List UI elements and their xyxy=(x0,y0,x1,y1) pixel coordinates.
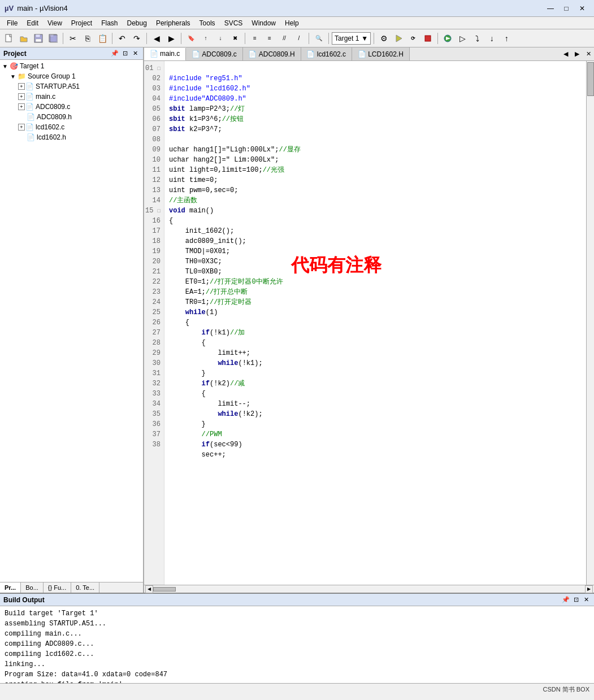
tree-item-adc0809c[interactable]: + 📄 ADC0809.c xyxy=(0,102,143,112)
line-num-10: 10 xyxy=(144,155,164,165)
tab-scroll-right[interactable]: ▶ xyxy=(571,49,583,60)
next-bookmark-button[interactable]: ↓ xyxy=(214,32,227,45)
menu-debug[interactable]: Debug xyxy=(123,18,151,28)
navigate-back-button[interactable]: ◀ xyxy=(150,32,163,45)
panel-tab-books[interactable]: Bo... xyxy=(21,582,44,593)
menu-window[interactable]: Window xyxy=(247,18,280,28)
tree-item-srcgrp1[interactable]: ▼ 📁 Source Group 1 xyxy=(0,71,143,81)
panel-tab-project[interactable]: Pr... xyxy=(0,582,21,593)
tree-expander-adc0809c[interactable]: + xyxy=(18,103,25,110)
maximize-button[interactable]: □ xyxy=(559,3,574,14)
menu-project[interactable]: Project xyxy=(67,18,97,28)
editor-tab-lcd1602c[interactable]: 📄 lcd1602.c xyxy=(301,47,352,60)
run-button[interactable]: ▷ xyxy=(456,32,469,45)
redo-button[interactable]: ↷ xyxy=(130,32,144,45)
build-output-pin-button[interactable]: 📌 xyxy=(561,595,570,605)
step-into-button[interactable]: ↓ xyxy=(485,32,498,45)
save-all-button[interactable] xyxy=(46,32,60,45)
tree-item-mainc[interactable]: + 📄 main.c xyxy=(0,92,143,102)
code-content[interactable]: #include "reg51.h" #include "lcd1602.h" … xyxy=(164,61,586,585)
tree-label-target1: Target 1 xyxy=(20,62,44,70)
cut-button[interactable]: ✂ xyxy=(66,32,80,45)
prev-bookmark-button[interactable]: ↑ xyxy=(199,32,213,45)
build-line-3: compiling main.c... xyxy=(5,629,589,639)
tree-item-adc0809h[interactable]: 📄 ADC0809.h xyxy=(0,112,143,122)
debug-start-button[interactable] xyxy=(441,32,454,45)
menu-view[interactable]: View xyxy=(43,18,67,28)
toolbar-separator-6 xyxy=(309,33,309,44)
tree-expander-target1[interactable]: ▼ xyxy=(1,62,9,70)
paste-button[interactable]: 📋 xyxy=(96,32,109,45)
c-file-icon-main: 📄 xyxy=(25,92,34,101)
save-button[interactable] xyxy=(32,32,45,45)
stop-button[interactable] xyxy=(421,32,435,45)
build-output-float-button[interactable]: ⊡ xyxy=(571,595,580,605)
panel-pin-button[interactable]: 📌 xyxy=(110,49,119,58)
open-file-button[interactable] xyxy=(17,32,31,45)
tree-item-lcd1602h[interactable]: 📄 lcd1602.h xyxy=(0,132,143,142)
find-button[interactable]: 🔍 xyxy=(312,32,326,45)
tree-expander-mainc[interactable]: + xyxy=(18,93,25,100)
collapse-1[interactable]: □ xyxy=(158,66,161,72)
tree-expander-srcgrp1[interactable]: ▼ xyxy=(9,72,17,80)
build-output-controls: 📌 ⊡ ✕ xyxy=(561,595,591,605)
panel-close-button[interactable]: ✕ xyxy=(131,49,140,58)
bookmark-button[interactable]: 🔖 xyxy=(184,32,198,45)
build-output-header: Build Output 📌 ⊡ ✕ xyxy=(0,594,594,606)
target-label: Target 1 xyxy=(335,34,359,42)
close-button[interactable]: ✕ xyxy=(575,3,589,14)
undo-button[interactable]: ↶ xyxy=(115,32,129,45)
toolbar-separator-1 xyxy=(63,33,63,44)
editor-vscrollbar[interactable] xyxy=(586,61,594,585)
tree-expander-startup[interactable]: + xyxy=(18,83,25,90)
editor-tab-adc0809h[interactable]: 📄 ADC0809.H xyxy=(243,47,301,60)
comment-button[interactable]: // xyxy=(278,32,291,45)
editor-hscrollbar[interactable]: ◀ ▶ xyxy=(144,585,594,593)
line-num-14: 14 xyxy=(144,195,164,206)
menu-file[interactable]: File xyxy=(2,18,22,28)
panel-tab-functions[interactable]: {} Fu... xyxy=(44,582,71,593)
minimize-button[interactable]: — xyxy=(543,3,558,14)
hscroll-right-button[interactable]: ▶ xyxy=(585,585,593,593)
tab-label-lcd1602c: lcd1602.c xyxy=(317,50,346,58)
editor-tab-adc0809c[interactable]: 📄 ADC0809.c xyxy=(186,47,242,60)
hscroll-left-button[interactable]: ◀ xyxy=(145,585,153,593)
editor-tab-lcd1602h[interactable]: 📄 LCD1602.H xyxy=(352,47,410,60)
menu-svcs[interactable]: SVCS xyxy=(220,18,248,28)
tree-item-startup[interactable]: + 📄 STARTUP.A51 xyxy=(0,81,143,92)
editor-tab-mainc[interactable]: 📄 main.c xyxy=(144,48,186,61)
hscroll-thumb[interactable] xyxy=(153,587,176,592)
copy-button[interactable]: ⎘ xyxy=(81,32,94,45)
settings-button[interactable]: ⚙ xyxy=(377,32,391,45)
step-out-button[interactable]: ↑ xyxy=(500,32,513,45)
navigate-fwd-button[interactable]: ▶ xyxy=(164,32,178,45)
menu-help[interactable]: Help xyxy=(280,18,303,28)
line-num-35: 35 xyxy=(144,409,164,419)
target-select[interactable]: Target 1 ▼ xyxy=(332,32,371,45)
line-numbers: 01 □ 02 03 04 05 06 07 08 09 10 11 12 13… xyxy=(144,61,164,585)
uncomment-button[interactable]: / xyxy=(292,32,306,45)
indent-button[interactable]: ≡ xyxy=(248,32,262,45)
step-over-button[interactable]: ⤵ xyxy=(470,32,484,45)
unindent-button[interactable]: ≡ xyxy=(263,32,276,45)
menu-peripherals[interactable]: Peripherals xyxy=(151,18,195,28)
tree-item-target1[interactable]: ▼ 🎯 Target 1 xyxy=(0,61,143,71)
build-button[interactable] xyxy=(392,32,405,45)
vscrollbar-thumb[interactable] xyxy=(587,62,594,96)
menu-tools[interactable]: Tools xyxy=(195,18,220,28)
rebuild-button[interactable]: ⟳ xyxy=(406,32,420,45)
menu-flash[interactable]: Flash xyxy=(97,18,122,28)
build-output-close-button[interactable]: ✕ xyxy=(582,595,591,605)
tree-item-lcd1602c[interactable]: + 📄 lcd1602.c xyxy=(0,122,143,132)
clear-bookmarks-button[interactable]: ✖ xyxy=(228,32,242,45)
tab-scroll-left[interactable]: ◀ xyxy=(560,49,571,60)
target-dropdown-icon[interactable]: ▼ xyxy=(361,34,368,42)
panel-tab-templates[interactable]: 0. Te... xyxy=(71,582,99,593)
collapse-15[interactable]: □ xyxy=(158,208,161,214)
line-num-27: 27 xyxy=(144,328,164,338)
menu-edit[interactable]: Edit xyxy=(22,18,43,28)
panel-float-button[interactable]: ⊡ xyxy=(120,49,129,58)
tab-close-all[interactable]: ✕ xyxy=(583,49,594,60)
tree-expander-lcd1602c[interactable]: + xyxy=(18,124,25,131)
new-file-button[interactable] xyxy=(2,32,16,45)
